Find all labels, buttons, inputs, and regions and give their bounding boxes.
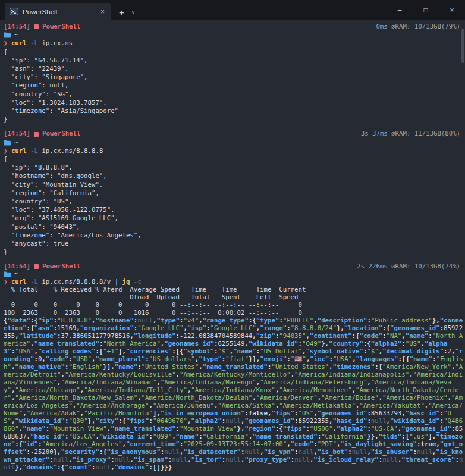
command-segment: jq (122, 278, 134, 286)
command-segment: -c (134, 278, 142, 286)
powershell-icon (34, 24, 39, 29)
cwd-line: ~ (4, 270, 465, 278)
command-segment: ip.cx.ms/8.8.8.8/v (42, 278, 114, 286)
timestamp: [14:54] (4, 23, 30, 31)
shell-name: PowerShell (42, 130, 80, 138)
command-block: [14:54]PowerShell2s 226ms ∅RAM: 10/13GB(… (4, 262, 465, 471)
prompt-icon: ❯ (4, 278, 11, 286)
command-segment: ip.cx.ms/8.8.8.8 (42, 147, 103, 155)
block-header: [14:54]PowerShell2s 226ms ∅RAM: 10/13GB(… (4, 262, 465, 270)
close-button[interactable]: × (439, 0, 465, 20)
cwd-line: ~ (4, 139, 465, 147)
command-output: { "ip": "8.8.8.8", "hostname": "dns.goog… (4, 155, 465, 256)
block-header: [14:54]PowerShell3s 37ms ∅RAM: 11/13GB(8… (4, 130, 465, 138)
timestamp: [14:54] (4, 262, 30, 270)
command-segment: ip.cx.ms (42, 39, 72, 47)
terminal-content[interactable]: [14:54]PowerShell0ms ∅RAM: 10/13GB(79%)~… (0, 20, 465, 476)
tab-bar: PowerShell × + ∨ – □ × (0, 0, 465, 20)
minimize-button[interactable]: – (387, 0, 413, 20)
folder-icon (4, 140, 11, 146)
powershell-icon (34, 264, 39, 269)
command-block: [14:54]PowerShell3s 37ms ∅RAM: 11/13GB(8… (4, 130, 465, 256)
scrollbar-thumb[interactable] (461, 29, 464, 63)
command-segment: curl (11, 278, 30, 286)
cwd-path: ~ (14, 31, 18, 39)
tab-dropdown-icon[interactable]: ∨ (131, 10, 136, 15)
command-segment: -L (30, 147, 42, 155)
timestamp: [14:54] (4, 130, 30, 138)
resource-status: 0ms ∅RAM: 10/13GB(79%) (376, 23, 460, 31)
new-tab-button[interactable]: + (119, 8, 124, 17)
command-segment: -L (30, 278, 42, 286)
resource-status: 2s 226ms ∅RAM: 10/13GB(74%) (357, 262, 460, 270)
command-line[interactable]: ❯ curl -L ip.cx.ms/8.8.8.8/v | jq -c (4, 278, 465, 286)
command-output: { "ip": "64.56.71.14", "asn": "22439", "… (4, 48, 465, 124)
tab-powershell[interactable]: PowerShell × (5, 3, 111, 20)
jq-output: {"data":{"ip":"8.8.8.8","hostname":null,… (4, 317, 465, 471)
terminal-window: PowerShell × + ∨ – □ × [14:54]PowerShell… (0, 0, 465, 476)
tab-close-icon[interactable]: × (99, 8, 106, 16)
command-segment: curl (11, 147, 30, 155)
block-header: [14:54]PowerShell0ms ∅RAM: 10/13GB(79%) (4, 23, 465, 31)
command-segment: -L (30, 39, 42, 47)
maximize-button[interactable]: □ (413, 0, 439, 20)
command-segment: curl (11, 39, 30, 47)
folder-icon (4, 32, 11, 38)
tab-title: PowerShell (23, 8, 95, 15)
prompt-icon: ❯ (4, 39, 11, 47)
cwd-path: ~ (14, 139, 18, 147)
command-line[interactable]: ❯ curl -L ip.cx.ms/8.8.8.8 (4, 147, 465, 155)
prompt-icon: ❯ (4, 147, 11, 155)
command-segment: | (115, 278, 122, 286)
curl-progress-meter: % Total % Received % Xferd Average Speed… (4, 286, 465, 317)
command-block: [14:54]PowerShell0ms ∅RAM: 10/13GB(79%)~… (4, 23, 465, 124)
folder-icon (4, 271, 11, 277)
shell-name: PowerShell (42, 262, 80, 270)
shell-name: PowerShell (42, 23, 80, 31)
resource-status: 3s 37ms ∅RAM: 11/13GB(80%) (361, 130, 460, 138)
cwd-line: ~ (4, 31, 465, 39)
powershell-icon (34, 132, 39, 137)
command-line[interactable]: ❯ curl -L ip.cx.ms (4, 39, 465, 48)
cwd-path: ~ (14, 270, 18, 278)
powershell-tab-icon (10, 7, 18, 16)
